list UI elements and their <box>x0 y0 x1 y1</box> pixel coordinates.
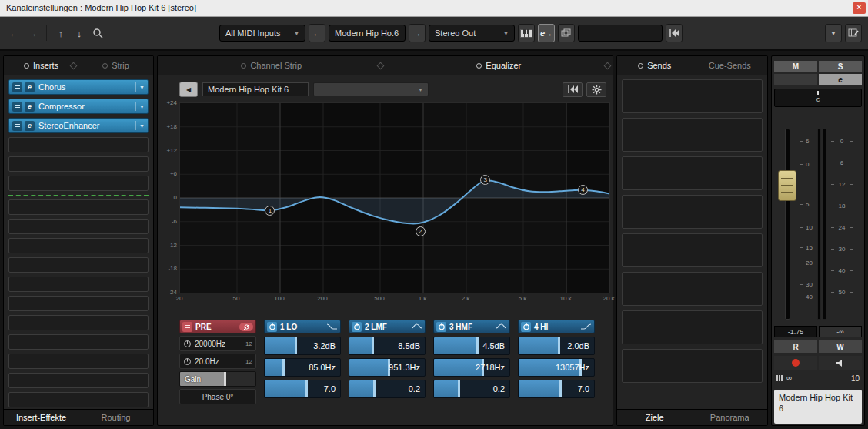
link-icon[interactable]: ∞ <box>786 374 792 382</box>
tab-equalizer[interactable]: Equalizer <box>386 56 613 75</box>
slider-handle[interactable] <box>305 380 308 397</box>
empty-insert-slot[interactable] <box>8 373 149 388</box>
band-power-icon[interactable] <box>267 322 277 332</box>
channel-up-button[interactable]: ↑ <box>53 24 68 42</box>
band-gain-slider[interactable]: -3.2dB <box>264 337 341 355</box>
slider-handle[interactable] <box>458 380 460 397</box>
band-frequency-slider[interactable]: 85.0Hz <box>264 358 341 377</box>
monitor-button[interactable] <box>819 356 862 370</box>
search-icon[interactable] <box>90 24 105 42</box>
edit-channel-icon[interactable]: e→ <box>538 24 555 42</box>
window-layout-icon[interactable] <box>845 24 862 42</box>
volume-value[interactable]: -1.75 <box>774 326 817 337</box>
tab-insert-effekte[interactable]: Insert-Effekte <box>4 410 78 425</box>
gear-icon[interactable] <box>586 82 606 97</box>
eq-band-handle-4[interactable]: 4 <box>578 185 588 195</box>
band-header[interactable]: 3 HMF <box>433 320 510 333</box>
slider-handle[interactable] <box>559 380 562 397</box>
prev-channel-button[interactable]: ← <box>309 24 326 42</box>
empty-send-slot[interactable] <box>622 156 763 190</box>
empty-send-slot[interactable] <box>622 349 763 383</box>
tab-panorama[interactable]: Panorama <box>693 410 768 425</box>
slider-handle[interactable] <box>476 337 479 354</box>
band-power-icon[interactable] <box>521 322 531 332</box>
insert-slot[interactable]: eCompressor▼ <box>8 99 149 114</box>
band-frequency-slider[interactable]: 951.3Hz <box>349 358 426 377</box>
empty-insert-slot[interactable] <box>8 156 149 172</box>
tab-cue-sends[interactable]: Cue-Sends <box>693 56 768 75</box>
band-header[interactable]: 4 HI <box>518 320 595 333</box>
band-header[interactable]: 2 LMF <box>349 320 426 333</box>
function-field[interactable] <box>578 25 663 42</box>
strip-bottom-value[interactable]: 10 <box>851 374 860 383</box>
eq-preset-dropdown[interactable]: ▼ <box>313 82 429 96</box>
tab-routing[interactable]: Routing <box>78 410 153 425</box>
nav-forward-button[interactable]: → <box>25 24 40 42</box>
band-frequency-slider[interactable]: 2718Hz <box>433 358 510 377</box>
solo-button[interactable]: S <box>819 61 862 72</box>
shelf-curve-icon[interactable] <box>580 322 592 331</box>
chevron-down-icon[interactable]: ▼ <box>135 121 145 130</box>
band-q-slider[interactable]: 7.0 <box>264 380 341 398</box>
eq-band-handle-3[interactable]: 3 <box>480 175 490 185</box>
pre-bypass-icon[interactable] <box>182 322 192 332</box>
reset-eq-icon[interactable] <box>563 82 583 97</box>
tab-channel-strip[interactable]: Channel Strip <box>158 56 386 75</box>
slider-handle[interactable] <box>558 337 560 354</box>
slider-handle[interactable] <box>295 337 297 354</box>
slider-handle[interactable] <box>282 359 285 376</box>
bypass-icon[interactable] <box>12 82 22 92</box>
empty-insert-slot[interactable] <box>8 277 149 292</box>
phase-control[interactable]: Phase 0° <box>179 389 256 404</box>
empty-insert-slot[interactable] <box>8 392 149 407</box>
band-q-slider[interactable]: 0.2 <box>433 380 510 398</box>
midi-input-dropdown[interactable]: All MIDI Inputs▼ <box>219 25 305 42</box>
band-gain-slider[interactable]: 4.5dB <box>433 337 510 355</box>
edit-channel-button[interactable]: e <box>819 74 862 85</box>
band-header[interactable]: 1 LO <box>264 320 341 333</box>
empty-insert-slot[interactable] <box>8 219 149 234</box>
record-enable-button[interactable] <box>774 356 817 370</box>
listen-button[interactable] <box>774 74 817 85</box>
tab-ziele[interactable]: Ziele <box>617 410 693 425</box>
empty-insert-slot[interactable] <box>8 199 149 215</box>
empty-insert-slot[interactable] <box>8 334 149 350</box>
close-button[interactable]: × <box>853 2 866 14</box>
more-options-dropdown[interactable]: ▼ <box>825 24 842 42</box>
tab-inserts[interactable]: Inserts <box>4 56 78 75</box>
filter-slope-value[interactable]: 12 <box>245 340 252 347</box>
insert-slot[interactable]: eStereoEnhancer▼ <box>8 118 149 133</box>
nav-back-button[interactable]: ← <box>6 24 22 42</box>
band-gain-slider[interactable]: -8.5dB <box>349 337 426 355</box>
edit-effect-icon[interactable]: e <box>25 121 35 131</box>
edit-effect-icon[interactable]: e <box>25 82 35 92</box>
automation-write-button[interactable]: W <box>819 340 862 353</box>
eq-preset-name[interactable]: Modern Hip Hop Kit 6 <box>202 82 309 96</box>
band-power-icon[interactable] <box>436 322 446 332</box>
fader-track[interactable] <box>785 129 790 320</box>
empty-send-slot[interactable] <box>622 272 763 306</box>
empty-insert-slot[interactable] <box>8 354 149 369</box>
tab-strip[interactable]: Strip <box>78 56 153 75</box>
eq-curve-display[interactable]: 1234 <box>179 102 610 293</box>
automation-read-button[interactable]: R <box>774 340 817 353</box>
bypass-icon[interactable] <box>12 102 22 112</box>
phase-invert-icon[interactable] <box>239 323 253 331</box>
tab-sends[interactable]: Sends <box>617 56 693 75</box>
slider-handle[interactable] <box>224 372 226 386</box>
band-power-icon[interactable] <box>352 322 362 332</box>
empty-send-slot[interactable] <box>622 118 763 152</box>
band-gain-slider[interactable]: 2.0dB <box>518 337 595 355</box>
empty-insert-slot[interactable] <box>8 296 149 311</box>
empty-insert-slot[interactable] <box>8 238 149 253</box>
go-to-first-icon[interactable] <box>666 24 683 42</box>
filter-slope-value[interactable]: 12 <box>245 358 252 365</box>
back-arrow-button[interactable]: ◀ <box>179 82 198 97</box>
empty-insert-slot[interactable] <box>8 257 149 273</box>
band-q-slider[interactable]: 7.0 <box>518 380 595 398</box>
copy-settings-icon[interactable] <box>558 24 575 42</box>
channel-name-field[interactable]: Modern Hip Ho.6 <box>329 25 406 42</box>
empty-insert-slot[interactable] <box>8 176 149 191</box>
empty-send-slot[interactable] <box>622 79 763 113</box>
edit-effect-icon[interactable]: e <box>25 102 35 112</box>
